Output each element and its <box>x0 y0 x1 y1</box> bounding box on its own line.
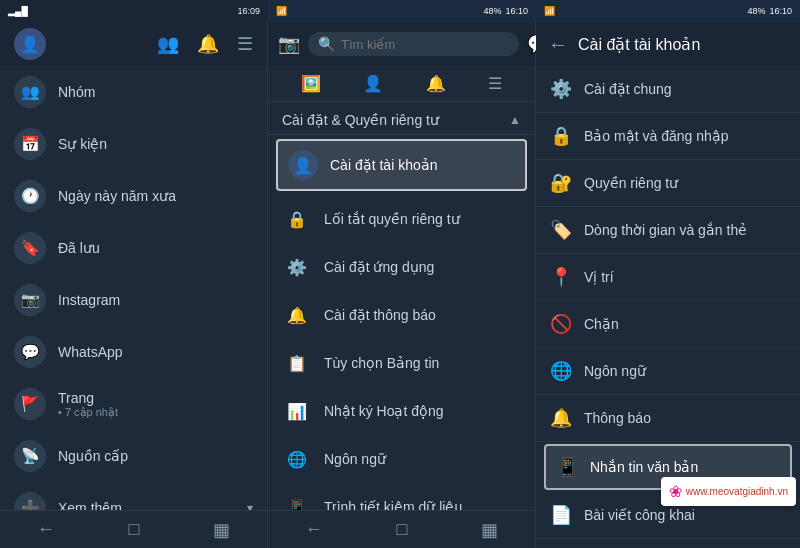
page-label: Trang <box>58 390 118 406</box>
back-nav-icon[interactable]: ← <box>37 519 55 540</box>
setting-item-general[interactable]: ⚙️ Cài đặt chung <box>536 66 800 113</box>
group-icon: 👥 <box>14 76 46 108</box>
bell-nav-icon[interactable]: 🔔 <box>426 74 446 93</box>
submenu-item-datasaver[interactable]: 📱 Trình tiết kiệm dữ liệu <box>268 483 535 510</box>
recents-nav-icon[interactable]: ▦ <box>213 519 230 541</box>
security-icon: 🔒 <box>550 125 572 147</box>
sidebar-menu: 👥 Nhóm 📅 Sự kiện 🕐 Ngày này năm xưa 🔖 Đã… <box>0 66 267 510</box>
app-settings-label: Cài đặt ứng dụng <box>324 259 434 275</box>
language-label: Ngôn ngữ <box>324 451 386 467</box>
middle-panel: 📷 🔍 💬 🖼️ 👤 🔔 ☰ Cài đặt & Quyền riêng tư … <box>268 22 536 548</box>
datasaver-icon: 📱 <box>282 492 312 510</box>
sidebar-header: 👤 👥 🔔 ☰ <box>0 22 267 66</box>
setting-item-apps[interactable]: 📦 Ứng dụng <box>536 539 800 548</box>
sms-icon: 📱 <box>556 456 578 478</box>
settings-list: ⚙️ Cài đặt chung 🔒 Bảo mật và đăng nhập … <box>536 66 800 548</box>
left-sidebar: 👤 👥 🔔 ☰ 👥 Nhóm 📅 Sự kiện 🕐 <box>0 22 268 548</box>
section-title: Cài đặt & Quyền riêng tư <box>282 112 439 128</box>
privacy-shortcut-icon: 🔒 <box>282 204 312 234</box>
right-panel-header: ← Cài đặt tài khoản <box>536 22 800 66</box>
setting-item-lang[interactable]: 🌐 Ngôn ngữ <box>536 348 800 395</box>
submenu-item-language[interactable]: 🌐 Ngôn ngữ <box>268 435 535 483</box>
setting-item-security[interactable]: 🔒 Bảo mật và đăng nhập <box>536 113 800 160</box>
status-battery-2: 48% <box>483 6 501 16</box>
status-time-1: 16:09 <box>237 6 260 16</box>
middle-footer: ← □ ▦ <box>268 510 535 548</box>
saved-icon: 🔖 <box>14 232 46 264</box>
setting-item-block[interactable]: 🚫 Chặn <box>536 301 800 348</box>
page-sub: • 7 cập nhật <box>58 406 118 419</box>
setting-item-timeline[interactable]: 🏷️ Dòng thời gian và gắn thẻ <box>536 207 800 254</box>
setting-item-location[interactable]: 📍 Vị trí <box>536 254 800 301</box>
photo-nav-icon[interactable]: 🖼️ <box>301 74 321 93</box>
back-nav-icon-2[interactable]: ← <box>305 519 323 540</box>
home-nav-icon[interactable]: □ <box>129 519 140 540</box>
status-signal-1: ▂▄█ <box>8 6 28 16</box>
middle-header: 📷 🔍 💬 <box>268 22 535 66</box>
status-battery-3: 48% <box>747 6 765 16</box>
privacy-icon: 🔐 <box>550 172 572 194</box>
timeline-label: Dòng thời gian và gắn thẻ <box>584 222 747 238</box>
section-collapse-icon[interactable]: ▲ <box>509 113 521 127</box>
instagram-label: Instagram <box>58 292 120 308</box>
notification-icon[interactable]: 🔔 <box>197 33 219 55</box>
home-nav-icon-2[interactable]: □ <box>397 519 408 540</box>
right-panel-title: Cài đặt tài khoản <box>578 35 700 54</box>
back-button[interactable]: ← <box>548 33 568 56</box>
friends-icon[interactable]: 👥 <box>157 33 179 55</box>
whatsapp-label: WhatsApp <box>58 344 123 360</box>
location-label: Vị trí <box>584 269 614 285</box>
sidebar-item-group[interactable]: 👥 Nhóm <box>0 66 267 118</box>
sidebar-item-instagram[interactable]: 📷 Instagram <box>0 274 267 326</box>
saved-label: Đã lưu <box>58 240 100 256</box>
group-label: Nhóm <box>58 84 95 100</box>
privacy-label: Quyền riêng tư <box>584 175 678 191</box>
camera-icon[interactable]: 📷 <box>278 33 300 55</box>
submenu-list: 👤 Cài đặt tài khoản 🔒 Lối tắt quyền riên… <box>268 135 535 510</box>
public-posts-icon: 📄 <box>550 504 572 526</box>
submenu-item-newsfeed[interactable]: 📋 Tùy chọn Bảng tin <box>268 339 535 387</box>
submenu-item-account[interactable]: 👤 Cài đặt tài khoản <box>276 139 527 191</box>
sidebar-item-page[interactable]: 🚩 Trang • 7 cập nhật <box>0 378 267 430</box>
watermark-text: www.meovatgiadinh.vn <box>686 486 788 497</box>
feed-icon: 📡 <box>14 440 46 472</box>
profile-icon[interactable]: 👤 <box>14 28 46 60</box>
search-icon: 🔍 <box>318 36 335 52</box>
memories-label: Ngày này năm xưa <box>58 188 176 204</box>
submenu-item-activity[interactable]: 📊 Nhật ký Hoạt động <box>268 387 535 435</box>
middle-subnav: 🖼️ 👤 🔔 ☰ <box>268 66 535 102</box>
list-nav-icon[interactable]: ☰ <box>488 74 502 93</box>
watermark: ❀ www.meovatgiadinh.vn <box>661 477 796 506</box>
setting-item-privacy[interactable]: 🔐 Quyền riêng tư <box>536 160 800 207</box>
sidebar-item-memories[interactable]: 🕐 Ngày này năm xưa <box>0 170 267 222</box>
public-posts-label: Bài viết công khai <box>584 507 695 523</box>
status-signal-2: 📶 <box>276 6 287 16</box>
whatsapp-icon: 💬 <box>14 336 46 368</box>
language-setting-icon: 🌐 <box>550 360 572 382</box>
instagram-icon: 📷 <box>14 284 46 316</box>
setting-item-notification[interactable]: 🔔 Thông báo <box>536 395 800 442</box>
submenu-item-app-settings[interactable]: ⚙️ Cài đặt ứng dụng <box>268 243 535 291</box>
sidebar-item-events[interactable]: 📅 Sự kiện <box>0 118 267 170</box>
security-label: Bảo mật và đăng nhập <box>584 128 729 144</box>
submenu-item-privacy-shortcut[interactable]: 🔒 Lối tắt quyền riêng tư <box>268 195 535 243</box>
recents-nav-icon-2[interactable]: ▦ <box>481 519 498 541</box>
sidebar-item-more[interactable]: ➕ Xem thêm ▾ <box>0 482 267 510</box>
search-input[interactable] <box>341 37 509 52</box>
language-setting-label: Ngôn ngữ <box>584 363 646 379</box>
sidebar-item-saved[interactable]: 🔖 Đã lưu <box>0 222 267 274</box>
sidebar-item-whatsapp[interactable]: 💬 WhatsApp <box>0 326 267 378</box>
notifications-settings-label: Cài đặt thông báo <box>324 307 436 323</box>
submenu-item-notifications[interactable]: 🔔 Cài đặt thông báo <box>268 291 535 339</box>
people-nav-icon[interactable]: 👤 <box>363 74 383 93</box>
events-label: Sự kiện <box>58 136 107 152</box>
general-settings-icon: ⚙️ <box>550 78 572 100</box>
more-label: Xem thêm <box>58 500 235 510</box>
privacy-shortcut-label: Lối tắt quyền riêng tư <box>324 211 460 227</box>
search-container: 🔍 <box>308 32 519 56</box>
activity-icon: 📊 <box>282 396 312 426</box>
sms-label: Nhắn tin văn bản <box>590 459 698 475</box>
menu-icon[interactable]: ☰ <box>237 33 253 55</box>
sidebar-item-feed[interactable]: 📡 Nguồn cấp <box>0 430 267 482</box>
feed-label: Nguồn cấp <box>58 448 128 464</box>
